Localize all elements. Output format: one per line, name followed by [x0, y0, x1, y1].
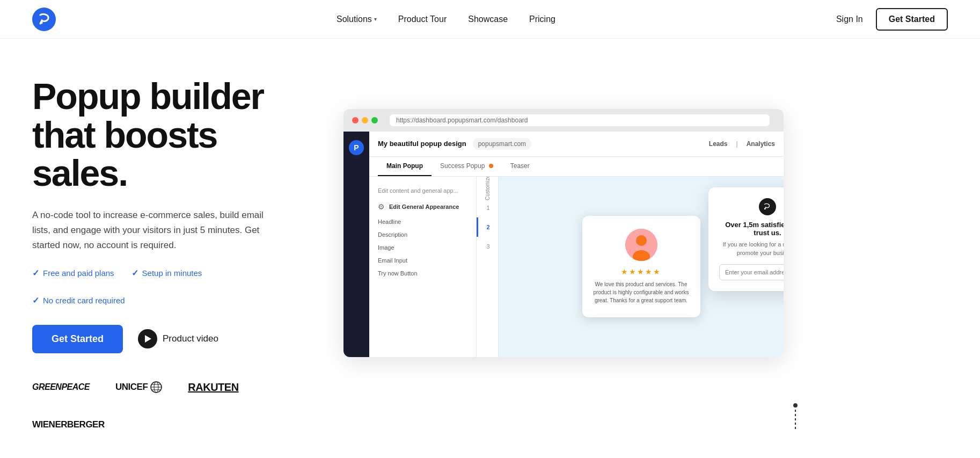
field-label: Image [378, 244, 394, 251]
scroll-line [795, 410, 796, 431]
feature-setup: ✓ Setup in minutes [131, 268, 202, 278]
tab-label: Teaser [510, 162, 530, 170]
hero-subtitle: A no-code tool to increase e-commerce sa… [32, 208, 279, 253]
scroll-hint [793, 403, 798, 431]
field-description[interactable]: Description [369, 228, 476, 241]
browser-dots [352, 117, 378, 123]
edit-general-section[interactable]: ⚙ Edit General Appearance [369, 198, 476, 215]
checkmark-icon: ✓ [131, 268, 138, 278]
brand-logo-icon [32, 8, 56, 31]
popup-review-text: We love this product and services. The p… [593, 280, 690, 304]
sign-in-button[interactable]: Sign In [836, 14, 863, 24]
popup-card: ★★★★★ We love this product and services.… [582, 216, 700, 317]
chevron-down-icon: ▾ [374, 16, 377, 22]
field-try-button[interactable]: Try now Button [369, 267, 476, 280]
field-headline[interactable]: Headline [369, 215, 476, 228]
play-triangle-icon [145, 335, 151, 343]
popup-stars: ★★★★★ [593, 267, 690, 276]
navbar: Solutions ▾ Product Tour Showcase Pricin… [0, 0, 980, 39]
field-email-input[interactable]: Email Input [369, 254, 476, 267]
field-label: Headline [378, 219, 401, 225]
popup-name: My beautiful popup design [378, 140, 466, 148]
feature-label: No credit card required [43, 296, 125, 305]
trust-popup-email-input[interactable] [719, 264, 784, 280]
dashboard-content: P My beautiful popup design popupsmart.c… [343, 132, 784, 357]
browser-toolbar: https://dashboard.popupsmart.com/dashboa… [343, 109, 784, 132]
trust-popup-logo [759, 198, 776, 215]
scroll-dot [793, 403, 798, 408]
feature-no-credit: ✓ No credit card required [32, 295, 125, 306]
nav-solutions[interactable]: Solutions ▾ [337, 14, 377, 24]
unicef-globe-icon [150, 381, 162, 393]
feature-label: Free and paid plans [43, 268, 114, 278]
brand-logo[interactable] [32, 8, 56, 31]
tab-dot [489, 164, 493, 168]
field-label: Email Input [378, 257, 407, 264]
svg-point-10 [764, 208, 766, 209]
get-started-hero-button[interactable]: Get Started [32, 325, 123, 353]
feature-label: Setup in minutes [142, 268, 202, 278]
trust-popup: ✕ Over 1,5m satisfied users trust us. If… [708, 187, 784, 291]
dashboard-header: My beautiful popup design popupsmart.com… [369, 132, 784, 157]
trust-popup-description: If you are looking for a new way to prom… [719, 240, 784, 258]
tab-success-popup[interactable]: Success Popup [432, 157, 502, 176]
checkmark-icon: ✓ [32, 268, 39, 278]
tab-label: Main Popup [386, 162, 423, 170]
get-started-nav-button[interactable]: Get Started [876, 8, 948, 31]
tab-main-popup[interactable]: Main Popup [378, 157, 432, 176]
checkmark-icon: ✓ [32, 295, 39, 306]
brand-unicef: unicef [115, 381, 162, 393]
customize-label: Customize [477, 177, 498, 198]
browser-dot-red [352, 117, 359, 123]
leads-label: Leads [709, 140, 728, 148]
dashboard-sidebar: P [343, 132, 369, 357]
step-3[interactable]: 3 [477, 237, 498, 256]
field-label: Try now Button [378, 270, 418, 277]
dashboard-main-content: My beautiful popup design popupsmart.com… [369, 132, 784, 357]
popup-preview-area: ★★★★★ We love this product and services.… [499, 177, 784, 357]
step-2[interactable]: 2 [477, 217, 498, 237]
nav-pricing[interactable]: Pricing [529, 14, 555, 24]
domain-badge: popupsmart.com [473, 138, 531, 150]
browser-dot-green [371, 117, 378, 123]
svg-point-0 [32, 8, 56, 31]
edit-section-label: Edit General Appearance [389, 203, 459, 210]
brand-logos: GREENPEACE unicef Rakuten wienerberger [32, 381, 311, 430]
play-icon [138, 329, 157, 348]
hero-ctas: Get Started Product video [32, 325, 311, 353]
feature-free-plans: ✓ Free and paid plans [32, 268, 114, 278]
brand-rakuten: Rakuten [188, 381, 238, 394]
hero-section: Popup builder that boosts sales. A no-co… [0, 39, 980, 458]
field-label: Description [378, 231, 407, 238]
svg-point-1 [40, 21, 43, 24]
dashboard-preview: https://dashboard.popupsmart.com/dashboa… [343, 109, 784, 357]
nav-actions: Sign In Get Started [836, 8, 948, 31]
solutions-label: Solutions [337, 14, 372, 24]
customize-steps: Customize 1 2 3 [477, 177, 499, 357]
browser-dot-yellow [362, 117, 368, 123]
hero-right: https://dashboard.popupsmart.com/dashboa… [343, 109, 948, 399]
tab-teaser[interactable]: Teaser [502, 157, 538, 176]
nav-product-tour[interactable]: Product Tour [398, 14, 447, 24]
hero-features: ✓ Free and paid plans ✓ Setup in minutes… [32, 268, 311, 306]
gear-icon: ⚙ [378, 202, 385, 211]
popup-avatar [625, 229, 657, 261]
field-image[interactable]: Image [369, 241, 476, 254]
hero-title: Popup builder that boosts sales. [32, 77, 311, 192]
header-actions: Leads | Analytics [709, 140, 775, 148]
brand-greenpeace: GREENPEACE [32, 382, 90, 392]
step-1[interactable]: 1 [477, 198, 498, 217]
browser-url-bar: https://dashboard.popupsmart.com/dashboa… [390, 114, 770, 126]
nav-links: Solutions ▾ Product Tour Showcase Pricin… [337, 14, 555, 24]
brand-wienerberger: wienerberger [32, 419, 105, 430]
trust-popup-title: Over 1,5m satisfied users trust us. [719, 221, 784, 237]
edit-panel: Edit content and general app... ⚙ Edit G… [369, 177, 477, 357]
analytics-label: Analytics [747, 140, 775, 148]
product-video-button[interactable]: Product video [138, 329, 218, 348]
tab-label: Success Popup [440, 162, 485, 170]
dashboard-main-panel: Edit content and general app... ⚙ Edit G… [369, 177, 784, 357]
nav-showcase[interactable]: Showcase [468, 14, 508, 24]
sidebar-logo: P [349, 140, 364, 155]
trust-logo-icon [762, 201, 773, 212]
product-video-label: Product video [163, 333, 218, 344]
